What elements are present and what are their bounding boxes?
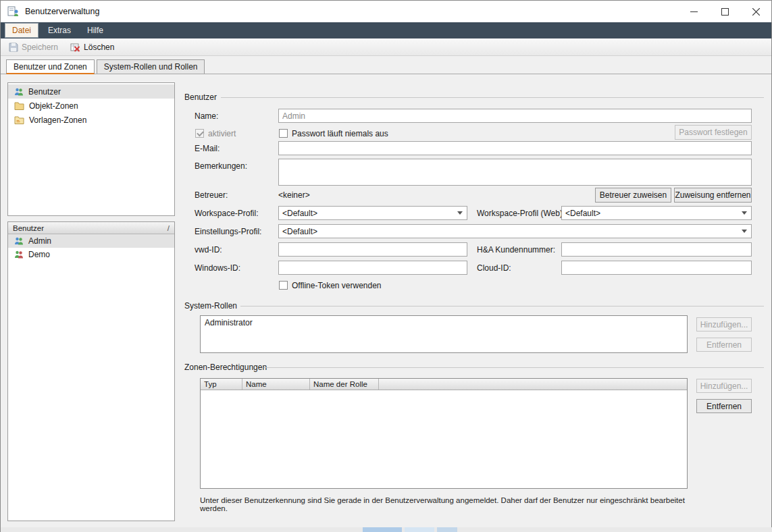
system-rollen-item[interactable]: Administrator [201,317,686,329]
tree-item-objekt-zonen[interactable]: Objekt-Zonen [8,99,174,113]
tree-item-label: Benutzer [28,87,61,97]
user-list-item-label: Demo [28,250,50,259]
einstellungs-profil-label: Einstellungs-Profil: [195,224,261,238]
group-line [221,97,764,98]
tree-item-label: Objekt-Zonen [29,101,78,111]
group-title-system-rollen: System-Rollen [184,301,237,311]
user-list-item-label: Admin [28,236,51,246]
bemerkungen-label: Bemerkungen: [195,159,247,173]
zonen-col-typ[interactable]: Typ [201,379,242,390]
menu-hilfe[interactable]: Hilfe [79,22,111,38]
maximize-icon [721,8,729,16]
menu-bar: Datei Extras Hilfe [1,22,771,38]
windows-id-label: Windows-ID: [195,261,240,275]
menu-extras[interactable]: Extras [40,22,79,38]
user-list: Benutzer / Admin [7,221,175,521]
main-content: Benutzer Objekt-Zonen Vorlagen-Zonen [1,74,771,527]
cloud-id-input[interactable] [561,261,752,275]
zonen-table-header: Typ Name Name der Rolle [201,379,687,390]
bemerkungen-textarea[interactable] [278,159,752,186]
cloud-id-label: Cloud-ID: [477,261,511,275]
offline-token-checkbox[interactable] [279,281,288,290]
toolbar: Speichern Löschen [1,38,771,56]
group-title-benutzer: Benutzer [184,92,217,102]
tree-item-vorlagen-zonen[interactable]: Vorlagen-Zonen [8,113,174,127]
workspace-profil-web-select[interactable]: <Default> [561,206,752,220]
system-rollen-listbox: Administrator [200,315,688,353]
workspace-profil-web-label: Workspace-Profil (Web): [477,206,565,220]
taskbar-segment [405,527,434,532]
menu-datei[interactable]: Datei [5,23,38,38]
taskbar-segment [363,527,402,532]
passwort-festlegen-button[interactable]: Passwort festlegen [675,125,752,140]
tree-item-label: Vorlagen-Zonen [29,115,86,125]
minimize-button[interactable] [678,1,709,22]
name-input[interactable] [278,109,752,123]
close-button[interactable] [740,1,771,22]
passwort-niemals-label: Passwort läuft niemals aus [292,127,388,140]
workspace-profil-value: <Default> [282,209,317,218]
footer-note: Unter dieser Benutzerkennung sind Sie ge… [200,496,700,512]
app-icon [7,6,20,17]
user-list-item-admin[interactable]: Admin [8,234,174,248]
zonen-table: Typ Name Name der Rolle [200,378,688,489]
system-rollen-entfernen-button[interactable]: Entfernen [696,338,752,352]
user-list-header[interactable]: Benutzer / [8,222,174,234]
system-rollen-hinzufuegen-button[interactable]: Hinzufügen... [696,317,752,331]
delete-label: Löschen [84,43,114,52]
betreuer-label: Betreuer: [195,188,228,203]
passwort-niemals-checkbox[interactable] [279,129,288,138]
template-folder-icon [14,115,24,124]
zonen-col-name[interactable]: Name [242,379,310,390]
vwd-id-label: vwd-ID: [195,242,222,257]
maximize-button[interactable] [709,1,740,22]
windows-id-input[interactable] [278,261,467,275]
ha-kundennummer-input[interactable] [561,242,752,257]
save-button[interactable]: Speichern [6,40,61,55]
tab-benutzer-und-zonen[interactable]: Benutzer und Zonen [6,59,95,74]
tab-bar: Benutzer und Zonen System-Rollen und Rol… [1,56,771,74]
chevron-down-icon [742,211,747,215]
group-line [264,367,764,368]
sort-indicator-icon: / [168,224,170,232]
window-title: Benutzerverwaltung [25,7,99,16]
einstellungs-profil-select[interactable]: <Default> [278,224,752,238]
workspace-profil-select[interactable]: <Default> [278,206,467,220]
email-input[interactable] [278,141,752,155]
aktiviert-checkbox[interactable] [195,129,204,138]
taskbar-segment [437,527,457,532]
vwd-id-input[interactable] [278,242,467,257]
einstellungs-profil-value: <Default> [282,227,317,236]
chevron-down-icon [742,230,747,233]
delete-icon [70,43,80,52]
chevron-down-icon [457,211,463,215]
save-label: Speichern [22,43,58,52]
tab-system-rollen-und-rollen[interactable]: System-Rollen und Rollen [97,59,205,74]
user-list-item-demo[interactable]: Demo [8,248,174,261]
users-icon [14,87,24,97]
app-window: Benutzerverwaltung Datei Extras Hilfe [0,0,772,532]
ha-kundennummer-label: H&A Kundennummer: [477,242,555,257]
group-title-zonen-berechtigungen: Zonen-Berechtigungen [184,363,267,372]
tree-item-benutzer[interactable]: Benutzer [8,84,174,99]
zuweisung-entfernen-button[interactable]: Zuweisung entfernen [674,188,752,203]
group-line [240,306,764,307]
save-icon [9,43,18,52]
user-admin-icon [14,236,24,246]
zonen-col-rolle[interactable]: Name der Rolle [310,379,379,390]
folder-icon [14,101,24,110]
zones-tree: Benutzer Objekt-Zonen Vorlagen-Zonen [7,82,175,216]
email-label: E-Mail: [195,141,220,155]
minimize-icon [690,8,698,16]
zonen-entfernen-button[interactable]: Entfernen [696,399,752,413]
delete-button[interactable]: Löschen [68,40,117,55]
betreuer-value: <keiner> [278,188,310,203]
taskbar-sliver [1,527,772,532]
zonen-hinzufuegen-button[interactable]: Hinzufügen... [696,379,752,393]
user-demo-icon [14,250,24,259]
user-list-header-label: Benutzer [13,224,44,232]
aktiviert-label: aktiviert [208,127,236,140]
betreuer-zuweisen-button[interactable]: Betreuer zuweisen [595,188,671,203]
close-icon [752,8,760,16]
title-bar[interactable]: Benutzerverwaltung [1,1,771,22]
